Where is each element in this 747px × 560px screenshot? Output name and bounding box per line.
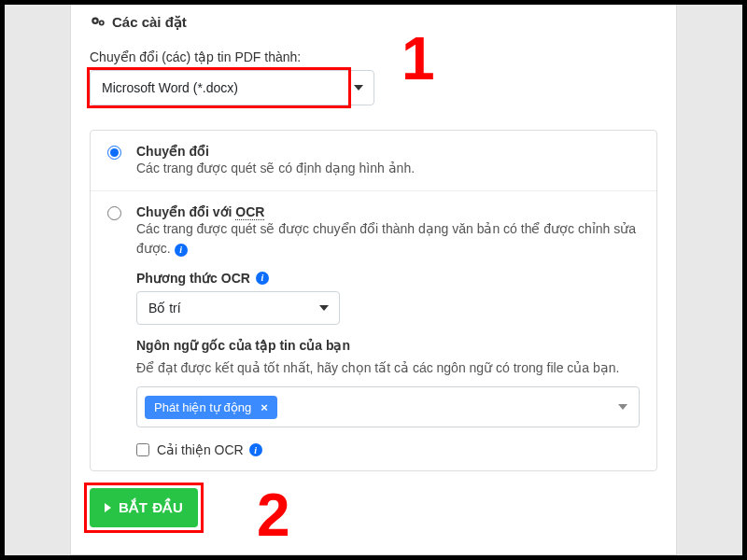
lang-chip-label: Phát hiện tự động	[154, 400, 251, 414]
settings-panel: Các cài đặt Chuyển đổi (các) tập tin PDF…	[70, 5, 677, 555]
format-select[interactable]: Microsoft Word (*.docx)	[90, 70, 374, 105]
improve-ocr-checkbox[interactable]	[136, 443, 149, 456]
option-ocr-title: Chuyển đổi với OCR	[136, 204, 640, 219]
chevron-down-icon	[618, 404, 627, 410]
chevron-right-icon	[105, 503, 111, 512]
app-frame: Các cài đặt Chuyển đổi (các) tập tin PDF…	[5, 5, 742, 555]
option-convert[interactable]: Chuyển đổi Các trang được quét sẽ có địn…	[91, 131, 656, 190]
ocr-method-label: Phương thức OCR i	[136, 271, 640, 286]
lang-hint: Để đạt được kết quả tốt nhất, hãy chọn t…	[136, 358, 640, 377]
lang-chip: Phát hiện tự động ×	[145, 396, 277, 419]
info-icon[interactable]: i	[256, 272, 269, 285]
option-ocr-desc: Các trang được quét sẽ được chuyển đổi t…	[136, 219, 640, 258]
format-label: Chuyển đổi (các) tập tin PDF thành:	[90, 49, 657, 64]
start-button[interactable]: BẮT ĐẦU	[90, 488, 198, 527]
start-button-label: BẮT ĐẦU	[119, 499, 183, 516]
format-select-row: Microsoft Word (*.docx)	[90, 70, 657, 105]
improve-ocr-label: Cải thiện OCR	[157, 442, 244, 457]
ocr-method-section: Phương thức OCR i Bố trí	[136, 271, 640, 325]
option-convert-title: Chuyển đổi	[136, 144, 640, 159]
lang-label: Ngôn ngữ gốc của tập tin của bạn	[136, 338, 640, 353]
improve-ocr-row[interactable]: Cải thiện OCR i	[136, 442, 640, 457]
lang-section: Ngôn ngữ gốc của tập tin của bạn Để đạt …	[136, 338, 640, 427]
lang-chip-remove-icon[interactable]: ×	[261, 400, 268, 414]
option-ocr[interactable]: Chuyển đổi với OCR Các trang được quét s…	[91, 190, 656, 470]
annotation-number-2: 2	[257, 485, 290, 545]
convert-options: Chuyển đổi Các trang được quét sẽ có địn…	[90, 130, 657, 471]
start-row: BẮT ĐẦU	[90, 488, 198, 527]
annotation-number-1: 1	[402, 29, 435, 89]
info-icon[interactable]: i	[249, 443, 262, 456]
settings-header: Các cài đặt	[90, 5, 657, 36]
option-ocr-radio[interactable]	[107, 206, 121, 220]
lang-select[interactable]: Phát hiện tự động ×	[136, 386, 640, 427]
option-convert-desc: Các trang được quét sẽ có định dạng hình…	[136, 159, 640, 177]
info-icon[interactable]: i	[175, 244, 188, 257]
option-convert-radio[interactable]	[107, 146, 121, 160]
gears-icon	[90, 15, 106, 30]
settings-title: Các cài đặt	[112, 14, 187, 31]
ocr-abbr: OCR	[235, 204, 264, 220]
ocr-method-select[interactable]: Bố trí	[136, 291, 340, 325]
